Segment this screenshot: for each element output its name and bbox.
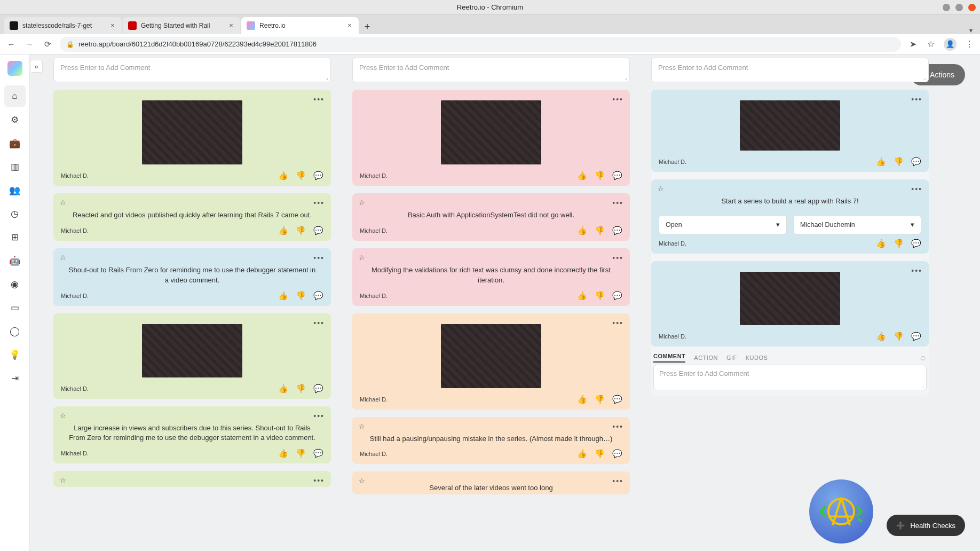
brand-fab[interactable] bbox=[809, 479, 873, 544]
comment-icon[interactable]: 💬 bbox=[612, 395, 622, 404]
retro-card[interactable]: ☆ ••• Large increase in views and subscr… bbox=[53, 406, 331, 464]
retro-card-partial[interactable]: ☆ ••• Several of the later videos went t… bbox=[352, 471, 630, 494]
thumbs-down-icon[interactable]: 👎 bbox=[296, 226, 306, 235]
retro-card[interactable]: ••• Michael D. 👍 👎 💬 bbox=[651, 90, 929, 172]
card-menu-icon[interactable]: ••• bbox=[612, 95, 623, 104]
star-icon[interactable]: ☆ bbox=[658, 185, 664, 193]
logout-icon[interactable]: ⇥ bbox=[4, 367, 26, 389]
thumbs-down-icon[interactable]: 👎 bbox=[296, 384, 306, 393]
thumbs-down-icon[interactable]: 👎 bbox=[595, 171, 605, 180]
kebab-menu-icon[interactable]: ⋮ bbox=[964, 39, 975, 50]
window-close-button[interactable] bbox=[968, 4, 976, 11]
retro-action-card[interactable]: ☆ ••• Start a series to build a real app… bbox=[651, 179, 929, 254]
send-icon[interactable]: ➤ bbox=[907, 39, 918, 50]
card-menu-icon[interactable]: ••• bbox=[911, 266, 922, 275]
thumbs-up-icon[interactable]: 👍 bbox=[577, 395, 587, 404]
thumbs-up-icon[interactable]: 👍 bbox=[876, 332, 886, 341]
retro-card[interactable]: ☆ ••• Shout-out to Rails From Zero for r… bbox=[53, 248, 331, 306]
thumbs-down-icon[interactable]: 👎 bbox=[894, 239, 904, 248]
thumbs-up-icon[interactable]: 👍 bbox=[577, 171, 587, 180]
comment-icon[interactable]: 💬 bbox=[612, 226, 622, 235]
comment-icon[interactable]: 💬 bbox=[313, 448, 323, 458]
thumbs-down-icon[interactable]: 👎 bbox=[595, 291, 605, 301]
browser-tab-active[interactable]: Reetro.io × bbox=[241, 17, 359, 34]
thumbs-up-icon[interactable]: 👍 bbox=[577, 226, 587, 235]
card-menu-icon[interactable]: ••• bbox=[612, 422, 623, 431]
assignee-select[interactable]: Michael Duchemin ▾ bbox=[793, 215, 921, 234]
thumbs-down-icon[interactable]: 👎 bbox=[296, 448, 306, 458]
thumbs-up-icon[interactable]: 👍 bbox=[278, 291, 288, 301]
retro-card[interactable]: ••• Michael D. 👍 👎 💬 bbox=[352, 90, 630, 186]
user-icon[interactable]: ◯ bbox=[4, 320, 26, 342]
columns-icon[interactable]: ▥ bbox=[4, 156, 26, 177]
card-menu-icon[interactable]: ••• bbox=[612, 319, 623, 327]
home-icon[interactable]: ⌂ bbox=[4, 85, 26, 107]
card-menu-icon[interactable]: ••• bbox=[911, 95, 922, 104]
thumbs-up-icon[interactable]: 👍 bbox=[577, 291, 587, 301]
browser-tab[interactable]: statelesscode/rails-7-get × bbox=[4, 17, 122, 34]
star-icon[interactable]: ☆ bbox=[60, 412, 66, 420]
emoji-icon[interactable]: ☺ bbox=[919, 353, 927, 362]
thumbs-up-icon[interactable]: 👍 bbox=[876, 157, 886, 167]
resize-handle-icon[interactable]: ⌟ bbox=[921, 383, 924, 389]
tabs-overflow-button[interactable]: ▾ bbox=[969, 27, 973, 34]
thumbs-down-icon[interactable]: 👎 bbox=[595, 449, 605, 459]
star-icon[interactable]: ☆ bbox=[359, 477, 365, 485]
star-icon[interactable]: ☆ bbox=[60, 199, 66, 207]
reload-button[interactable]: ⟳ bbox=[42, 38, 53, 50]
star-icon[interactable]: ☆ bbox=[359, 422, 365, 430]
thumbs-up-icon[interactable]: 👍 bbox=[876, 239, 886, 248]
retro-card[interactable]: ••• Michael D. 👍 👎 💬 bbox=[53, 90, 331, 186]
close-icon[interactable]: × bbox=[227, 22, 235, 29]
comment-input[interactable]: Press Enter to Add Comment ⌟ bbox=[53, 58, 331, 82]
back-button[interactable]: ← bbox=[5, 38, 17, 50]
thumbs-up-icon[interactable]: 👍 bbox=[278, 448, 288, 458]
reetro-logo[interactable] bbox=[7, 61, 22, 76]
star-icon[interactable]: ☆ bbox=[60, 476, 66, 484]
forward-button[interactable]: → bbox=[23, 38, 35, 50]
thumbs-up-icon[interactable]: 👍 bbox=[577, 449, 587, 459]
bookmark-icon[interactable]: ☆ bbox=[926, 39, 936, 50]
comment-icon[interactable]: 💬 bbox=[911, 157, 921, 167]
health-checks-button[interactable]: ➕ Health Checks bbox=[887, 515, 965, 536]
resize-handle-icon[interactable]: ⌟ bbox=[625, 75, 627, 81]
comment-icon[interactable]: 💬 bbox=[612, 291, 622, 301]
retro-card[interactable]: ••• Michael D. 👍 👎 💬 bbox=[352, 313, 630, 410]
comment-input[interactable]: Press Enter to Add Comment ⌟ bbox=[651, 58, 929, 82]
card-menu-icon[interactable]: ••• bbox=[612, 199, 623, 207]
card-menu-icon[interactable]: ••• bbox=[313, 95, 325, 104]
retro-card-partial[interactable]: ☆ ••• bbox=[53, 471, 331, 487]
card-icon[interactable]: ▭ bbox=[4, 297, 26, 318]
comment-icon[interactable]: 💬 bbox=[911, 239, 921, 248]
resize-handle-icon[interactable]: ⌟ bbox=[923, 75, 926, 81]
star-icon[interactable]: ☆ bbox=[359, 254, 365, 262]
idea-icon[interactable]: 💡 bbox=[4, 344, 26, 365]
thumbs-up-icon[interactable]: 👍 bbox=[278, 171, 288, 180]
thumbs-down-icon[interactable]: 👎 bbox=[296, 171, 306, 180]
card-menu-icon[interactable]: ••• bbox=[313, 199, 325, 207]
composer-tab-kudos[interactable]: KUDOS bbox=[746, 355, 768, 361]
retro-card[interactable]: ☆ ••• Basic Auth with ApplicationSystemT… bbox=[352, 193, 630, 241]
card-menu-icon[interactable]: ••• bbox=[313, 254, 325, 262]
new-tab-button[interactable]: + bbox=[360, 19, 375, 34]
activity-icon[interactable]: ◷ bbox=[4, 203, 26, 224]
comment-icon[interactable]: 💬 bbox=[313, 171, 323, 180]
retro-card[interactable]: ☆ ••• Still had a pausing/unpausing mist… bbox=[352, 417, 630, 465]
card-menu-icon[interactable]: ••• bbox=[313, 476, 325, 485]
thumbs-down-icon[interactable]: 👎 bbox=[595, 395, 605, 404]
thumbs-down-icon[interactable]: 👎 bbox=[296, 291, 306, 301]
composer-input[interactable]: Press Enter to Add Comment ⌟ bbox=[653, 365, 927, 390]
resize-handle-icon[interactable]: ⌟ bbox=[326, 75, 328, 81]
comment-input[interactable]: Press Enter to Add Comment ⌟ bbox=[352, 58, 630, 82]
browser-tab[interactable]: Getting Started with Rail × bbox=[123, 17, 240, 34]
window-minimize-button[interactable] bbox=[943, 4, 950, 11]
card-menu-icon[interactable]: ••• bbox=[911, 185, 922, 193]
thumbs-up-icon[interactable]: 👍 bbox=[278, 226, 288, 235]
close-icon[interactable]: × bbox=[109, 22, 116, 29]
grid-add-icon[interactable]: ⊞ bbox=[4, 226, 26, 248]
sidebar-collapse-button[interactable]: » bbox=[30, 60, 43, 73]
card-menu-icon[interactable]: ••• bbox=[313, 412, 325, 420]
card-menu-icon[interactable]: ••• bbox=[313, 319, 325, 327]
thumbs-down-icon[interactable]: 👎 bbox=[894, 332, 904, 341]
card-menu-icon[interactable]: ••• bbox=[612, 477, 623, 485]
